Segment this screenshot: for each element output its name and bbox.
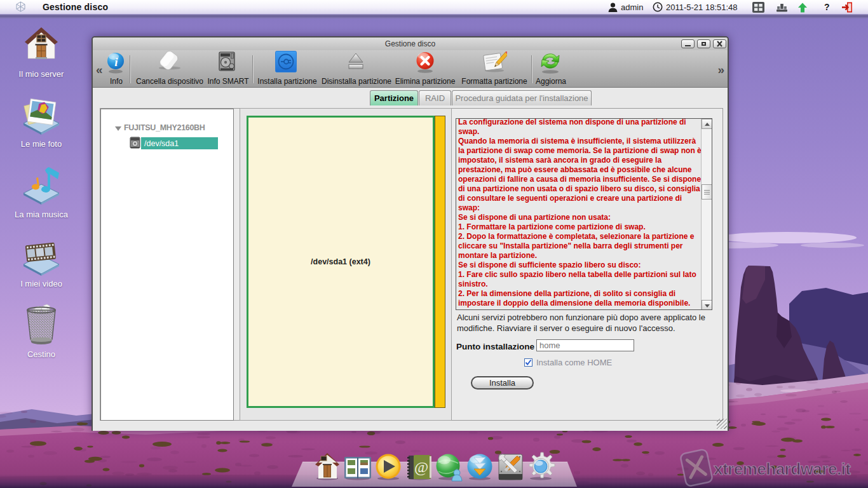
svg-text:@: @ (414, 459, 428, 475)
svg-text:i: i (114, 55, 118, 69)
